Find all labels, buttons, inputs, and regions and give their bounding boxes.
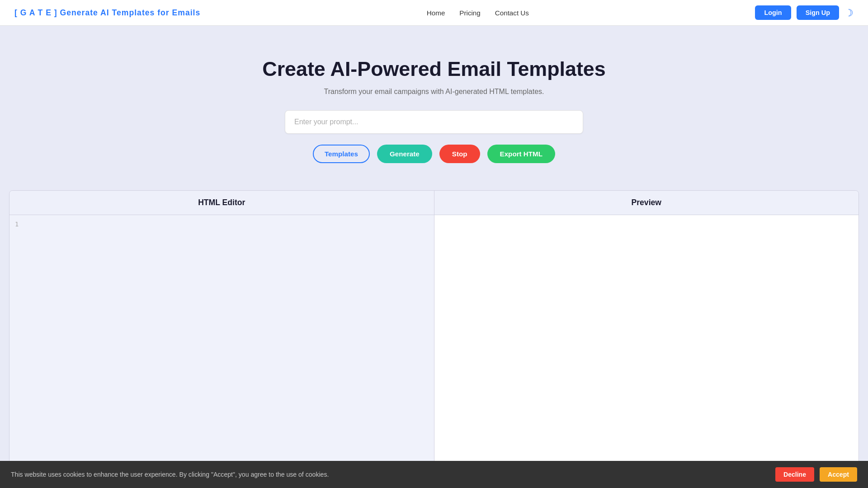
nav-pricing[interactable]: Pricing [459, 9, 480, 17]
html-editor-header: HTML Editor [9, 191, 434, 215]
nav-links: Home Pricing Contact Us [427, 9, 529, 17]
html-editor-textarea[interactable] [26, 221, 428, 482]
signup-button[interactable]: Sign Up [797, 5, 839, 20]
nav-home[interactable]: Home [427, 9, 445, 17]
brand-logo[interactable]: [ G A T E ] Generate AI Templates for Em… [14, 8, 200, 18]
html-editor-content: 1 [9, 215, 434, 488]
hero-section: Create AI-Powered Email Templates Transf… [0, 26, 868, 181]
stop-button[interactable]: Stop [439, 145, 480, 163]
cookie-accept-button[interactable]: Accept [820, 467, 857, 482]
export-html-button[interactable]: Export HTML [487, 145, 556, 163]
cookie-banner: This website uses cookies to enhance the… [0, 461, 868, 488]
navbar: [ G A T E ] Generate AI Templates for Em… [0, 0, 868, 26]
theme-toggle-icon[interactable]: ☽ [844, 7, 854, 19]
cookie-actions: Decline Accept [775, 467, 857, 482]
preview-content [434, 215, 859, 488]
preview-panel: Preview [434, 191, 859, 488]
prompt-input-wrapper [285, 110, 583, 134]
cookie-message: This website uses cookies to enhance the… [11, 471, 764, 478]
html-editor-panel: HTML Editor 1 [9, 191, 434, 488]
hero-title: Create AI-Powered Email Templates [262, 57, 605, 80]
generate-button[interactable]: Generate [377, 145, 432, 163]
prompt-input[interactable] [285, 110, 583, 134]
login-button[interactable]: Login [755, 5, 791, 20]
editor-section: HTML Editor 1 Preview [9, 190, 859, 488]
preview-header: Preview [434, 191, 859, 215]
cookie-decline-button[interactable]: Decline [775, 467, 814, 482]
action-buttons: Templates Generate Stop Export HTML [313, 145, 555, 163]
hero-subtitle: Transform your email campaigns with AI-g… [324, 88, 544, 96]
navbar-actions: Login Sign Up ☽ [755, 5, 854, 20]
templates-button[interactable]: Templates [313, 145, 370, 163]
nav-contact[interactable]: Contact Us [495, 9, 529, 17]
line-numbers: 1 [15, 221, 22, 482]
